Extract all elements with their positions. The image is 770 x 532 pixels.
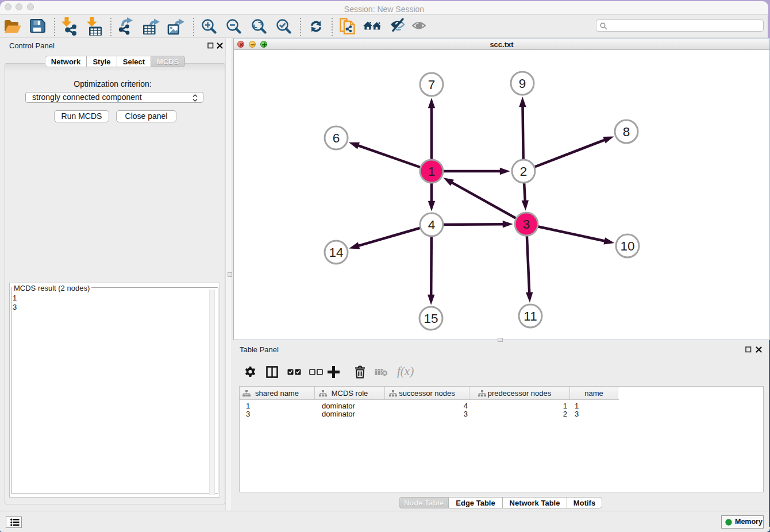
svg-text:14: 14 [329, 245, 343, 260]
svg-text:4: 4 [428, 218, 436, 232]
svg-text:3: 3 [523, 217, 530, 232]
svg-text:11: 11 [523, 309, 537, 323]
svg-text:15: 15 [424, 311, 438, 326]
svg-text:8: 8 [623, 125, 630, 139]
svg-text:10: 10 [620, 239, 634, 253]
svg-text:7: 7 [428, 78, 436, 92]
svg-text:6: 6 [333, 131, 340, 145]
svg-text:9: 9 [519, 76, 526, 91]
svg-text:1: 1 [428, 164, 436, 179]
svg-text:2: 2 [520, 164, 528, 179]
